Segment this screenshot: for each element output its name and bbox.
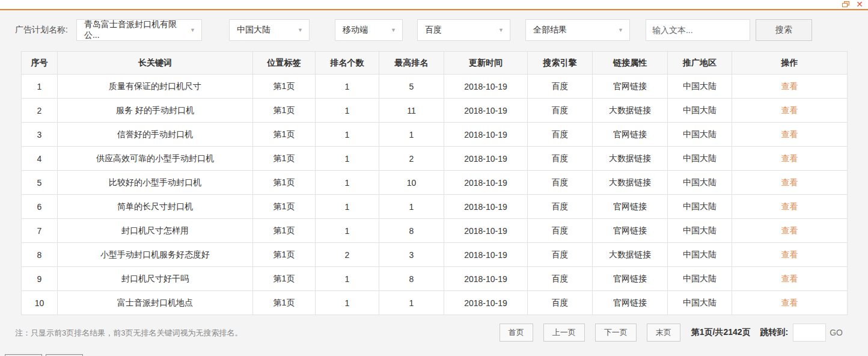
cell-action: 查看: [732, 243, 848, 267]
pagination: 首页 上一页 下一页 末页 第1页/共2142页 跳转到: GO: [500, 324, 843, 342]
next-page-button[interactable]: 下一页: [595, 324, 637, 342]
cell-no: 10: [22, 291, 58, 315]
cell-page: 第1页: [253, 147, 316, 171]
cell-updated: 2018-10-19: [444, 219, 528, 243]
cell-link_type: 大数据链接: [593, 99, 668, 123]
window-titlebar: ✕: [0, 0, 868, 9]
campaign-select[interactable]: 青岛富士音派封口机有限公... ▼: [76, 19, 202, 41]
cell-action: 查看: [732, 75, 848, 99]
col-header-updated: 更新时间: [444, 52, 528, 75]
cell-page: 第1页: [253, 171, 316, 195]
cell-engine: 百度: [528, 147, 593, 171]
cell-keyword: 封口机尺寸怎样用: [58, 219, 253, 243]
cell-best: 11: [379, 99, 444, 123]
cell-no: 8: [22, 243, 58, 267]
filter-bar: 广告计划名称: 青岛富士音派封口机有限公... ▼ 中国大陆 ▼ 移动端 ▼ 百…: [15, 19, 868, 41]
cell-action: 查看: [732, 123, 848, 147]
region-select-value: 中国大陆: [237, 25, 270, 35]
view-link[interactable]: 查看: [781, 201, 798, 211]
cell-updated: 2018-10-19: [444, 123, 528, 147]
first-page-button[interactable]: 首页: [500, 324, 533, 342]
table-row: 10富士音派封口机地点第1页112018-10-19百度官网链接中国大陆查看: [22, 291, 848, 315]
jump-page-input[interactable]: [793, 324, 826, 342]
last-page-button[interactable]: 末页: [647, 324, 680, 342]
cell-best: 3: [379, 243, 444, 267]
cell-count: 1: [316, 291, 379, 315]
prev-page-button[interactable]: 上一页: [543, 324, 585, 342]
cell-count: 1: [316, 195, 379, 219]
col-header-action: 操作: [732, 52, 848, 75]
view-link[interactable]: 查看: [781, 105, 798, 115]
cell-keyword: 信誉好的手动封口机: [58, 123, 253, 147]
view-link[interactable]: 查看: [781, 274, 798, 283]
cell-page: 第1页: [253, 75, 316, 99]
device-select-value: 移动端: [343, 25, 368, 35]
close-icon[interactable]: ✕: [856, 0, 863, 8]
view-link[interactable]: 查看: [781, 81, 798, 91]
cell-region: 中国大陆: [668, 291, 732, 315]
chevron-down-icon: ▼: [391, 27, 396, 33]
cell-keyword: 富士音派封口机地点: [58, 291, 253, 315]
cell-engine: 百度: [528, 123, 593, 147]
region-select[interactable]: 中国大陆 ▼: [229, 19, 310, 41]
campaign-select-value: 青岛富士音派封口机有限公...: [84, 19, 185, 41]
cell-engine: 百度: [528, 291, 593, 315]
cell-page: 第1页: [253, 99, 316, 123]
jump-label: 跳转到:: [760, 327, 789, 338]
cell-no: 4: [22, 147, 58, 171]
view-link[interactable]: 查看: [781, 129, 798, 139]
cell-region: 中国大陆: [668, 75, 732, 99]
cell-action: 查看: [732, 219, 848, 243]
col-header-best-rank: 最高排名: [379, 52, 444, 75]
cell-no: 7: [22, 219, 58, 243]
cell-updated: 2018-10-19: [444, 147, 528, 171]
cell-updated: 2018-10-19: [444, 291, 528, 315]
col-header-index: 序号: [22, 52, 58, 75]
cell-no: 9: [22, 267, 58, 291]
col-header-link-type: 链接属性: [593, 52, 668, 75]
view-link[interactable]: 查看: [781, 298, 798, 307]
accent-divider: [0, 9, 868, 10]
cell-best: 1: [379, 195, 444, 219]
cell-action: 查看: [732, 291, 848, 315]
cell-link_type: 官网链接: [593, 195, 668, 219]
result-type-select[interactable]: 全部结果 ▼: [525, 19, 630, 41]
cell-keyword: 服务 好的手动封口机: [58, 99, 253, 123]
cell-best: 8: [379, 267, 444, 291]
cell-count: 1: [316, 75, 379, 99]
restore-window-icon[interactable]: [842, 1, 850, 8]
cell-no: 2: [22, 99, 58, 123]
cell-link_type: 官网链接: [593, 75, 668, 99]
cell-keyword: 供应高效可靠的小型手动封口机: [58, 147, 253, 171]
table-row: 4供应高效可靠的小型手动封口机第1页122018-10-19百度大数据链接中国大…: [22, 147, 848, 171]
table-row: 5比较好的小型手动封口机第1页1102018-10-19百度大数据链接中国大陆查…: [22, 171, 848, 195]
cell-count: 1: [316, 123, 379, 147]
cell-link_type: 大数据链接: [593, 243, 668, 267]
engine-select[interactable]: 百度 ▼: [417, 19, 510, 41]
cell-engine: 百度: [528, 219, 593, 243]
cell-region: 中国大陆: [668, 195, 732, 219]
cell-region: 中国大陆: [668, 123, 732, 147]
cell-region: 中国大陆: [668, 171, 732, 195]
col-header-region: 推广地区: [668, 52, 732, 75]
view-link[interactable]: 查看: [781, 226, 798, 235]
view-link[interactable]: 查看: [781, 153, 798, 163]
cell-no: 6: [22, 195, 58, 219]
view-link[interactable]: 查看: [781, 177, 798, 187]
chevron-down-icon: ▼: [618, 27, 623, 33]
search-input[interactable]: [646, 19, 750, 41]
search-button[interactable]: 搜索: [756, 19, 812, 41]
cell-region: 中国大陆: [668, 147, 732, 171]
cell-updated: 2018-10-19: [444, 267, 528, 291]
view-link[interactable]: 查看: [781, 250, 798, 259]
cell-no: 1: [22, 75, 58, 99]
table-row: 7封口机尺寸怎样用第1页182018-10-19百度官网链接中国大陆查看: [22, 219, 848, 243]
table-row: 6简单的长尺寸封口机第1页112018-10-19百度官网链接中国大陆查看: [22, 195, 848, 219]
cell-keyword: 质量有保证的封口机尺寸: [58, 75, 253, 99]
campaign-label: 广告计划名称:: [15, 25, 68, 35]
cell-keyword: 简单的长尺寸封口机: [58, 195, 253, 219]
device-select[interactable]: 移动端 ▼: [335, 19, 403, 41]
cell-best: 2: [379, 147, 444, 171]
go-button[interactable]: GO: [830, 328, 843, 337]
cell-link_type: 官网链接: [593, 291, 668, 315]
